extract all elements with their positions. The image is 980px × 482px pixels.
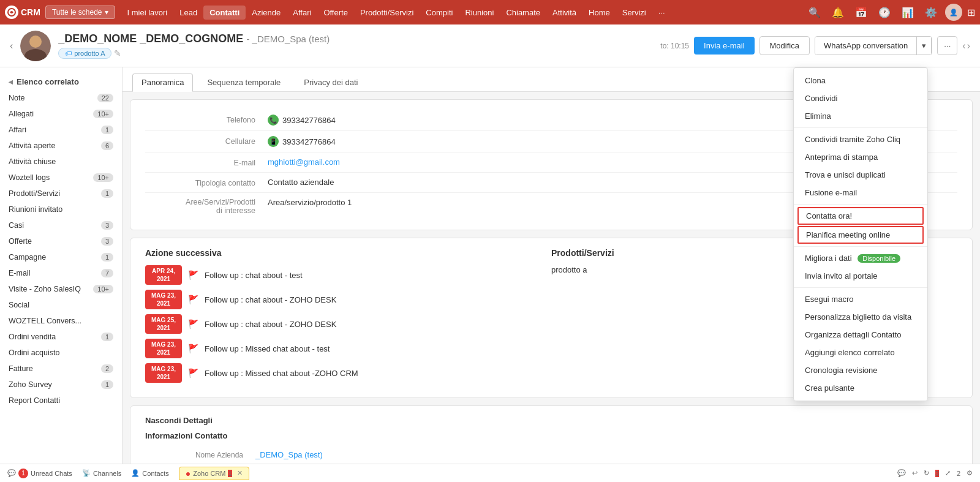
sidebar-item-offerte[interactable]: Offerte3 [0,233,122,249]
nav-calls[interactable]: Chiamate [500,6,546,20]
bottom-tab-contacts[interactable]: 👤 Contacts [131,469,168,477]
menu-contatta[interactable]: Contatta ora! [797,207,924,225]
nav-services[interactable]: Servizi [616,6,652,20]
menu-crea-pulsante[interactable]: Crea pulsante [794,379,927,397]
flag-icon-2: 🚩 [188,319,198,329]
menu-aggiungi-elenco[interactable]: Aggiungi elenco correlato [794,344,927,361]
tab-sequenza[interactable]: Sequenza temporale [198,73,290,91]
zohocrm-count: 1 [228,470,232,477]
bottom-tab-zohocrm[interactable]: ● Zoho CRM 1 ✕ [179,467,249,480]
dropdown-menu: Clona Condividi Elimina Condividi tramit… [793,67,928,401]
nav-deals[interactable]: Affari [287,6,317,20]
nav-my-work[interactable]: I miei lavori [121,6,174,20]
edit-tag-icon[interactable]: ✎ [114,48,121,58]
sidebar-item-email[interactable]: E-mail7 [0,265,122,281]
all-records-dropdown[interactable]: Tutte le schede ▾ [45,6,115,19]
sidebar-item-social[interactable]: Social [0,297,122,313]
expand-icon[interactable]: ⤢ [945,469,951,477]
chart-icon[interactable]: 📊 [899,6,917,20]
crm-logo[interactable]: CRM [5,6,40,19]
chat-icon: 💬 [7,469,16,477]
settings-bottom-icon[interactable]: ⚙ [967,469,973,477]
email-value[interactable]: mghiotti@gmail.com [268,157,340,167]
sidebar-item-casi[interactable]: Casi3 [0,217,122,233]
nav-home[interactable]: Home [582,6,616,20]
sidebar-item-zoho-survey[interactable]: Zoho Survey1 [0,377,122,393]
nav-activity[interactable]: Attività [546,6,582,20]
nav-tasks[interactable]: Compiti [420,6,459,20]
sidebar-item-woztell[interactable]: Woztell logs10+ [0,170,122,186]
user-avatar[interactable]: 👤 [945,4,962,21]
menu-esegui-macro[interactable]: Esegui macro [794,290,927,308]
sidebar-item-attivita-aperte[interactable]: Attività aperte6 [0,138,122,154]
edit-button[interactable]: Modifica [760,36,810,55]
clock-icon[interactable]: 🕐 [875,6,894,20]
sidebar-item-campagne[interactable]: Campagne1 [0,249,122,265]
sidebar-item-woztell-convers[interactable]: WOZTELL Convers... [0,313,122,329]
menu-elimina[interactable]: Elimina [794,107,927,125]
tab-panoramica[interactable]: Panoramica [132,73,193,92]
whatsapp-dropdown-arrow[interactable]: ▾ [917,37,932,55]
menu-condividi-cliq[interactable]: Condividi tramite Zoho Cliq [794,130,927,148]
menu-stampa[interactable]: Anteprima di stampa [794,148,927,166]
nav-contacts[interactable]: Contatti [203,6,246,20]
next-record-button[interactable]: › [967,40,970,51]
close-zohocrm-tab[interactable]: ✕ [237,469,243,477]
tipologia-label: Tipologia contatto [145,178,268,187]
bottom-tab-chats[interactable]: 💬 1 Unread Chats [7,469,72,478]
sidebar-item-affari[interactable]: Affari1 [0,122,122,138]
sidebar-item-fatture[interactable]: Fatture2 [0,361,122,377]
menu-migliora[interactable]: Migliora i dati Disponibile [794,249,927,267]
flag-icon-3: 🚩 [188,344,198,353]
menu-biglietto[interactable]: Personalizza biglietto da visita [794,308,927,326]
next-action-section: Azione successiva APR 24,2021 🚩 Follow u… [145,248,551,388]
sidebar-item-ordini-vendita[interactable]: Ordini vendita1 [0,329,122,345]
date-badge-2: MAG 25,2021 [145,314,182,334]
nav-meetings[interactable]: Riunioni [459,6,500,20]
sidebar-item-prodotti[interactable]: Prodotti/Servizi1 [0,186,122,201]
calendar-add-icon[interactable]: 📅 [852,6,870,20]
tag-badge[interactable]: 🏷 prodotto A [58,48,111,59]
sidebar-item-attivita-chiuse[interactable]: Attività chiuse [0,154,122,170]
nav-quotes[interactable]: Offerte [317,6,354,20]
menu-condividi[interactable]: Condividi [794,89,927,107]
more-options-button[interactable]: ··· [937,36,957,55]
nav-products[interactable]: Prodotti/Servizi [354,6,420,20]
nav-more[interactable]: ··· [652,6,671,20]
menu-invito-portale[interactable]: Invia invito al portale [794,267,927,285]
nav-lead[interactable]: Lead [173,6,203,20]
sidebar-item-riunioni[interactable]: Riunioni invitato [0,201,122,217]
refresh-icon[interactable]: ↻ [924,469,929,477]
sidebar-item-ordini-acquisto[interactable]: Ordini acquisto [0,345,122,361]
search-icon[interactable]: 🔍 [805,6,824,20]
bottom-tab-channels[interactable]: 📡 Channels [82,469,121,477]
sidebar-item-allegati[interactable]: Allegati10+ [0,106,122,122]
sidebar-item-visite[interactable]: Visite - Zoho SalesIQ10+ [0,281,122,297]
nav-companies[interactable]: Aziende [246,6,287,20]
page-header: ‹ _DEMO_NOME _DEMO_COGNOME - _DEMO_Spa (… [0,24,980,67]
menu-clona[interactable]: Clona [794,72,927,89]
azienda-value[interactable]: _DEMO_Spa (test) [255,450,323,459]
menu-fusione[interactable]: Fusione e-mail [794,184,927,201]
grid-apps-icon[interactable]: ⊞ [967,7,975,18]
back-button[interactable]: ‹ [10,40,13,51]
menu-duplicati[interactable]: Trova e unisci duplicati [794,166,927,184]
chat-badge: 1 [18,469,28,478]
chat-bubble-icon[interactable]: 💬 [897,469,906,477]
date-badge-3: MAG 23,2021 [145,339,182,358]
sidebar-item-report[interactable]: Report Contatti [0,393,122,409]
settings-icon[interactable]: ⚙️ [922,6,940,20]
notifications-icon[interactable]: 🔔 [829,6,847,20]
menu-organizza[interactable]: Organizza dettagli Contatto [794,326,927,344]
contact-tag-area: 🏷 prodotto A ✎ [58,48,653,59]
menu-cronologia[interactable]: Cronologia revisione [794,361,927,379]
sidebar-item-note[interactable]: Note22 [0,90,122,106]
whatsapp-button[interactable]: WhatsApp conversation [815,37,917,55]
send-email-button[interactable]: Invia e-mail [694,37,754,55]
tab-privacy[interactable]: Privacy dei dati [295,73,367,91]
time-label: to: 10:15 [660,42,689,50]
menu-pianifica[interactable]: Pianifica meeting online [797,226,924,244]
separator-1 [794,127,927,128]
prev-record-button[interactable]: ‹ [962,40,965,51]
reply-icon[interactable]: ↩ [912,469,918,477]
